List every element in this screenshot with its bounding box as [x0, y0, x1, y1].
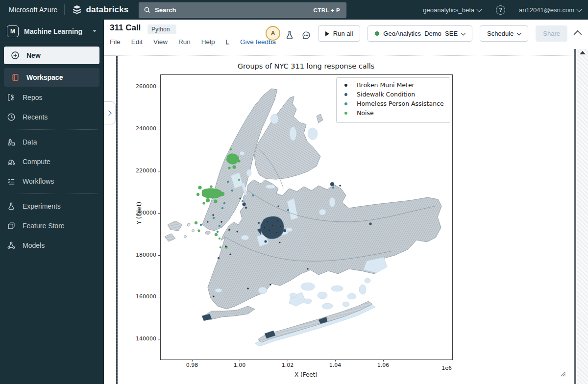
last-edit-truncated: L	[226, 38, 230, 46]
x-axis-label: X (Feet)	[160, 371, 452, 378]
repo-branch-icon	[7, 93, 16, 102]
notebook-menubar: File Edit View Run Help L Give feedba	[110, 38, 276, 46]
workspace-notebook-icon	[11, 73, 20, 82]
scrollbar-track[interactable]	[577, 49, 588, 384]
legend-item: Sidewalk Condition	[337, 90, 450, 99]
workspace-switcher[interactable]: geoanalytics_beta	[423, 6, 481, 14]
chevron-right-icon	[106, 110, 111, 116]
user-email: ari12041@esri.com	[519, 6, 574, 14]
sidebar-item-models[interactable]: Models	[0, 236, 103, 255]
persona-switcher[interactable]: M Machine Learning	[0, 20, 103, 43]
search-placeholder: Search	[155, 6, 176, 14]
user-account-menu[interactable]: ari12041@esri.com	[519, 6, 581, 14]
menu-help[interactable]: Help	[201, 38, 215, 46]
x-tick-label: 0.98	[177, 362, 207, 368]
comments-icon[interactable]	[301, 30, 311, 40]
sidebar-item-feature-store[interactable]: Feature Store	[0, 216, 103, 236]
checklist-icon	[7, 177, 16, 186]
sidebar-divider	[6, 193, 98, 194]
sidebar-item-compute[interactable]: Compute	[0, 152, 103, 171]
topbar-divider	[64, 4, 65, 15]
legend-marker-sidewalk-condition	[344, 93, 347, 96]
legend-item: Noise	[337, 108, 450, 118]
sidebar-divider	[6, 129, 98, 130]
experiment-flask-icon[interactable]	[285, 30, 294, 40]
chevron-down-icon	[576, 6, 582, 12]
notebook-toolbar: Run all GeoAnalytics_Demo_SEE Schedule S…	[318, 25, 567, 42]
caret-down-icon	[93, 30, 97, 32]
top-bar: Microsoft Azure databricks Search CTRL +…	[0, 0, 588, 20]
stacked-squares-icon	[7, 221, 16, 230]
menu-view[interactable]: View	[153, 38, 168, 46]
share-button[interactable]: Share	[536, 25, 567, 42]
y-tick-label: 140000	[118, 336, 156, 342]
output-resize-handle[interactable]	[559, 370, 567, 378]
databricks-logo-icon	[72, 4, 82, 15]
y-axis-label-wrap: Y (Feet)	[127, 201, 151, 225]
rockaway-strip	[258, 301, 372, 342]
sidebar-item-workspace[interactable]: Workspace	[4, 68, 99, 87]
cluster-running-status-icon	[375, 31, 379, 36]
schedule-button[interactable]: Schedule	[480, 25, 528, 42]
collapse-header-chevron-up-icon[interactable]	[574, 30, 582, 39]
sidebar-item-recents[interactable]: Recents	[0, 107, 103, 127]
y-axis-label: Y (Feet)	[136, 202, 143, 224]
cluster-arch-icon	[7, 157, 16, 166]
menu-file[interactable]: File	[110, 38, 121, 46]
databricks-wordmark: databricks	[86, 5, 128, 15]
legend-item: Homeless Person Assistance	[337, 99, 450, 108]
menu-edit[interactable]: Edit	[131, 38, 143, 46]
help-icon[interactable]: ?	[496, 5, 505, 15]
clock-icon	[7, 113, 16, 121]
global-search-input[interactable]: Search CTRL + P	[139, 2, 346, 18]
avatar[interactable]: A	[266, 26, 280, 41]
chart-title: Groups of NYC 311 long response calls	[160, 62, 452, 70]
axis-offset-text: 1e6	[427, 365, 452, 371]
chevron-down-icon	[461, 30, 466, 35]
cell-left-border	[116, 56, 118, 384]
x-tick-label: 1.04	[320, 362, 350, 368]
notebook-header: 311 Call Python File Edit View Run Help …	[103, 20, 588, 56]
graph-nodes-icon	[7, 241, 16, 250]
sidebar-item-new[interactable]: New	[4, 47, 99, 64]
legend-marker-homeless-person-assistance	[344, 102, 347, 105]
legend-marker-broken-muni-meter	[344, 84, 347, 87]
sidebar-divider	[0, 43, 103, 43]
y-tick-label: 180000	[118, 252, 156, 258]
sidebar-item-experiments[interactable]: Experiments	[0, 196, 103, 216]
expand-panel-button[interactable]	[103, 101, 116, 124]
notebook-content: Groups of NYC 311 long response calls 26…	[103, 56, 588, 384]
flask-icon	[7, 202, 16, 211]
y-tick-label: 220000	[118, 168, 156, 174]
run-all-button[interactable]: Run all	[318, 25, 360, 42]
plus-circle-icon	[11, 51, 20, 60]
sidebar-item-repos[interactable]: Repos	[0, 88, 103, 107]
chart-legend: Broken Muni Meter Sidewalk Condition Hom…	[336, 77, 450, 123]
chevron-down-icon	[517, 30, 522, 35]
notebook-title: 311 Call	[110, 23, 141, 33]
sidebar: M Machine Learning New Workspace	[0, 20, 104, 384]
topbar-right-group: geoanalytics_beta ? ari12041@esri.com	[423, 0, 581, 20]
language-selector[interactable]: Python	[147, 24, 176, 34]
y-tick-label: 240000	[118, 125, 156, 132]
legend-marker-noise	[344, 112, 347, 115]
y-tick-label: 260000	[118, 83, 156, 90]
shapes-icon	[7, 138, 16, 146]
sidebar-item-workflows[interactable]: Workflows	[0, 171, 103, 191]
search-icon	[144, 6, 151, 14]
x-tick-label: 1.00	[225, 362, 254, 368]
menu-run[interactable]: Run	[178, 38, 191, 46]
legend-item: Broken Muni Meter	[337, 80, 450, 90]
y-tick-label: 160000	[118, 293, 156, 300]
cluster-selector-button[interactable]: GeoAnalytics_Demo_SEE	[368, 25, 472, 42]
scroll-up-arrow-icon[interactable]	[580, 51, 586, 54]
brooklyn-queens-landmass	[208, 180, 441, 309]
azure-brand: Microsoft Azure	[9, 6, 57, 14]
sidebar-item-data[interactable]: Data	[0, 132, 103, 152]
machine-learning-badge-icon: M	[7, 25, 19, 37]
x-tick-label: 1.02	[273, 362, 302, 368]
x-tick-label: 1.06	[368, 362, 398, 368]
plot-output: Groups of NYC 311 long response calls 26…	[118, 59, 576, 383]
scrollbar-thumb[interactable]	[574, 49, 576, 384]
chevron-down-icon	[476, 6, 482, 12]
